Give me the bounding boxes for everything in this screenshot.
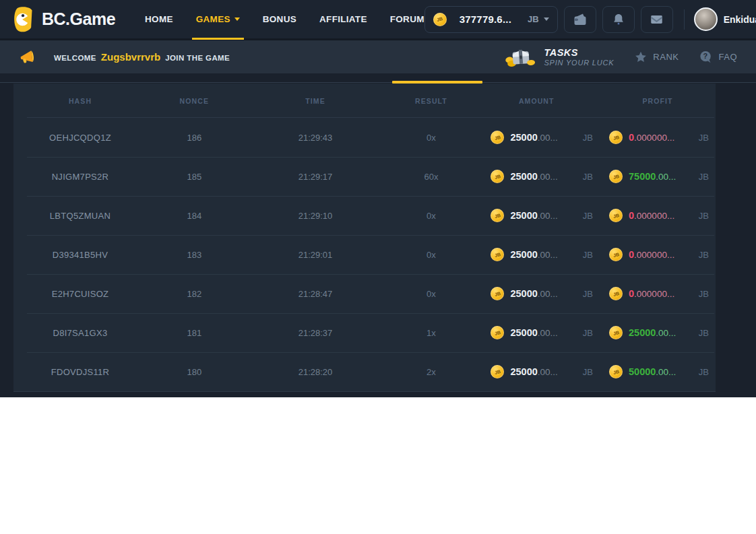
bet-nonce: 182	[147, 289, 242, 299]
table-row[interactable]: LBTQ5ZMUAN 184 21:29:10 0x JB 25000.00..…	[13, 196, 716, 235]
amount-integer: 25000	[510, 327, 537, 338]
nav-item-affiliate[interactable]: AFFILIATE	[319, 0, 367, 40]
amount-decimals: .00...	[538, 328, 558, 338]
divider	[684, 9, 685, 30]
nav-item-forum[interactable]: FORUM	[390, 0, 424, 40]
brand-logo[interactable]: BC.Game	[11, 6, 115, 33]
bet-time: 21:28:20	[242, 367, 389, 377]
profit-currency: JB	[699, 250, 716, 260]
bet-time: 21:29:43	[242, 133, 389, 143]
coin-icon: JB	[609, 131, 623, 144]
bet-result: 0x	[389, 133, 473, 143]
amount-currency: JB	[583, 172, 600, 182]
bet-result: 2x	[389, 367, 473, 377]
question-icon: ?	[699, 50, 713, 64]
bet-hash: LBTQ5ZMUAN	[13, 211, 147, 221]
nav-item-label: GAMES	[196, 14, 230, 24]
currency-label: JB	[528, 14, 539, 24]
wallet-button[interactable]	[564, 6, 596, 33]
nav-item-bonus[interactable]: BONUS	[263, 0, 296, 40]
user-name: Enkidua	[724, 14, 756, 25]
bet-nonce: 183	[147, 250, 242, 260]
table-row[interactable]: FDOVDJS11R 180 21:28:20 2x JB 25000.00..…	[13, 352, 716, 391]
coin-icon: JB	[491, 131, 504, 144]
column-header-nonce: NONCE	[147, 97, 242, 105]
coin-icon: JB	[433, 13, 447, 26]
bet-result: 0x	[389, 211, 473, 221]
bet-amount: JB 25000.00... JB	[473, 365, 600, 378]
amount-currency: JB	[583, 367, 600, 377]
bet-profit: JB 50000.00... JB	[600, 365, 716, 378]
bet-hash: FDOVDJS11R	[13, 367, 147, 377]
balance-display[interactable]: JB 377779.6... JB	[424, 6, 558, 33]
nav-item-label: AFFILIATE	[319, 14, 367, 24]
tasks-link[interactable]: TASKS SPIN YOUR LUCK	[505, 44, 614, 70]
bet-time: 21:28:37	[242, 328, 389, 338]
announcement-right: TASKS SPIN YOUR LUCK RANK ?	[505, 44, 737, 70]
bet-profit: JB 0.000000... JB	[600, 248, 716, 261]
bet-amount: JB 25000.00... JB	[473, 131, 600, 144]
active-tab-indicator	[392, 81, 482, 84]
currency-dropdown[interactable]: JB	[528, 14, 549, 24]
nav-right-section: JB 377779.6... JB	[424, 6, 756, 33]
avatar	[694, 7, 718, 31]
chevron-down-icon	[234, 18, 240, 21]
notifications-button[interactable]	[602, 6, 635, 33]
svg-text:?: ?	[703, 52, 708, 60]
top-nav-bar: BC.Game HOME GAMES BONUS AFFILIATE FORUM	[0, 0, 756, 40]
bet-result: 0x	[389, 250, 473, 260]
table-row[interactable]: E2H7CUISOZ 182 21:28:47 0x JB 25000.00..…	[13, 274, 716, 313]
profit-decimals: .000000...	[634, 289, 674, 299]
amount-currency: JB	[583, 211, 600, 221]
bet-amount: JB 25000.00... JB	[473, 287, 600, 300]
rank-link[interactable]: RANK	[634, 51, 679, 64]
amount-integer: 25000	[510, 210, 537, 221]
bet-nonce: 180	[147, 367, 242, 377]
profit-decimals: .00...	[656, 328, 676, 338]
column-header-hash: HASH	[13, 97, 147, 105]
tabs-strip	[0, 73, 756, 84]
star-icon	[634, 51, 648, 64]
bets-table: HASH NONCE TIME RESULT AMOUNT PROFIT OEH…	[13, 84, 716, 392]
page-content: BC.Game HOME GAMES BONUS AFFILIATE FORUM	[0, 0, 756, 397]
profit-currency: JB	[699, 211, 716, 221]
welcome-username: Zugsbvrrvrb	[101, 51, 160, 63]
profit-currency: JB	[699, 367, 716, 377]
coin-icon: JB	[491, 287, 504, 300]
profit-integer: 50000	[629, 366, 656, 377]
table-row[interactable]: D8I7SA1GX3 181 21:28:37 1x JB 25000.00..…	[13, 313, 716, 352]
tasks-text: TASKS SPIN YOUR LUCK	[544, 46, 614, 68]
bet-nonce: 181	[147, 328, 242, 338]
bet-time: 21:29:10	[242, 211, 389, 221]
amount-integer: 25000	[510, 366, 537, 377]
profit-decimals: .000000...	[634, 211, 674, 221]
coin-icon: JB	[491, 209, 504, 222]
bet-hash: D8I7SA1GX3	[13, 328, 147, 338]
bet-hash: NJIGM7PS2R	[13, 172, 147, 182]
nav-item-label: HOME	[145, 14, 173, 24]
nav-item-label: BONUS	[263, 14, 296, 24]
table-row[interactable]: OEHJCQDQ1Z 186 21:29:43 0x JB 25000.00..…	[13, 118, 716, 157]
bet-nonce: 185	[147, 172, 242, 182]
bet-amount: JB 25000.00... JB	[473, 209, 600, 222]
mail-icon	[649, 12, 664, 27]
faq-link[interactable]: ? FAQ	[699, 50, 737, 64]
amount-decimals: .00...	[538, 172, 558, 182]
amount-decimals: .00...	[538, 250, 558, 260]
user-menu[interactable]: Enkidua	[694, 7, 756, 31]
messages-button[interactable]	[641, 6, 673, 33]
column-header-result: RESULT	[389, 97, 473, 105]
nav-item-games[interactable]: GAMES	[196, 0, 240, 40]
nav-item-home[interactable]: HOME	[145, 0, 173, 40]
bet-hash: OEHJCQDQ1Z	[13, 133, 147, 143]
brand-name: BC.Game	[42, 9, 115, 29]
profit-decimals: .00...	[656, 172, 676, 182]
profit-integer: 0	[629, 288, 634, 299]
table-row[interactable]: NJIGM7PS2R 185 21:29:17 60x JB 25000.00.…	[13, 157, 716, 196]
profit-currency: JB	[699, 172, 716, 182]
column-header-time: TIME	[242, 97, 389, 105]
bet-result: 0x	[389, 289, 473, 299]
bet-profit: JB 0.000000... JB	[600, 131, 716, 144]
column-header-profit: PROFIT	[600, 97, 716, 105]
table-row[interactable]: D39341B5HV 183 21:29:01 0x JB 25000.00..…	[13, 235, 716, 274]
